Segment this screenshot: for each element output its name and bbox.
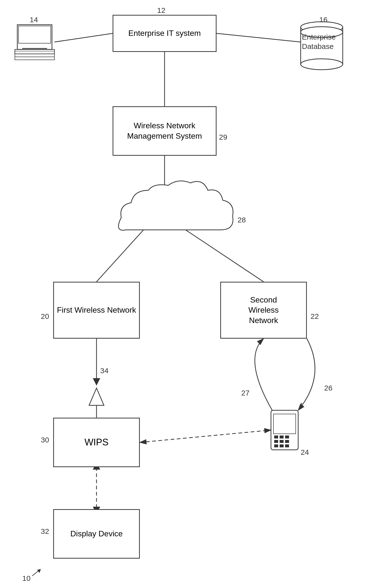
svg-rect-33 bbox=[273, 414, 296, 434]
svg-rect-9 bbox=[19, 26, 51, 43]
svg-text:28: 28 bbox=[238, 216, 246, 224]
svg-line-22 bbox=[97, 230, 144, 282]
display-device-box: Display Device bbox=[53, 509, 140, 559]
wnms-box: Wireless NetworkManagement System bbox=[113, 106, 217, 156]
svg-line-44 bbox=[140, 430, 271, 442]
wips-label: WIPS bbox=[84, 436, 108, 448]
svg-rect-34 bbox=[274, 436, 278, 438]
first-wireless-label: First Wireless Network bbox=[57, 305, 136, 315]
svg-line-19 bbox=[217, 33, 301, 42]
svg-line-43 bbox=[298, 403, 302, 410]
svg-rect-40 bbox=[274, 444, 278, 447]
svg-text:10: 10 bbox=[22, 574, 30, 582]
svg-text:29: 29 bbox=[219, 133, 227, 141]
svg-line-23 bbox=[186, 230, 264, 282]
first-wireless-box: First Wireless Network bbox=[53, 282, 140, 339]
svg-text:26: 26 bbox=[324, 384, 332, 392]
svg-point-16 bbox=[301, 59, 343, 70]
svg-marker-26 bbox=[89, 388, 104, 405]
svg-text:Database: Database bbox=[302, 42, 334, 50]
svg-text:27: 27 bbox=[241, 389, 249, 397]
svg-text:22: 22 bbox=[311, 312, 319, 320]
svg-rect-10 bbox=[15, 49, 54, 54]
svg-point-17 bbox=[301, 27, 343, 38]
svg-rect-7 bbox=[17, 25, 52, 49]
svg-rect-37 bbox=[274, 440, 278, 443]
svg-rect-36 bbox=[285, 436, 289, 438]
svg-rect-13 bbox=[15, 57, 54, 60]
wips-box: WIPS bbox=[53, 418, 140, 467]
svg-marker-25 bbox=[93, 378, 100, 386]
svg-rect-42 bbox=[285, 444, 289, 447]
svg-text:34: 34 bbox=[100, 367, 108, 375]
svg-rect-38 bbox=[280, 440, 284, 443]
svg-rect-14 bbox=[301, 27, 343, 64]
wnms-label: Wireless NetworkManagement System bbox=[127, 121, 202, 141]
svg-rect-35 bbox=[280, 436, 284, 438]
svg-text:24: 24 bbox=[301, 448, 309, 456]
svg-point-15 bbox=[301, 22, 343, 33]
svg-line-58 bbox=[32, 571, 38, 576]
svg-marker-59 bbox=[37, 569, 41, 573]
svg-rect-12 bbox=[15, 54, 54, 57]
display-device-label: Display Device bbox=[70, 529, 123, 539]
svg-text:12: 12 bbox=[157, 6, 165, 14]
second-wireless-box: SecondWirelessNetwork bbox=[220, 282, 307, 339]
svg-text:Enterprise: Enterprise bbox=[302, 33, 336, 41]
svg-line-18 bbox=[54, 33, 113, 42]
svg-text:30: 30 bbox=[41, 436, 49, 444]
svg-text:20: 20 bbox=[41, 312, 49, 320]
second-wireless-label: SecondWirelessNetwork bbox=[248, 295, 279, 326]
enterprise-it-box: Enterprise IT system bbox=[113, 15, 217, 52]
svg-rect-41 bbox=[280, 444, 284, 447]
svg-rect-39 bbox=[285, 440, 289, 443]
enterprise-it-label: Enterprise IT system bbox=[128, 28, 201, 39]
diagram-container: 34 14 12 16 bbox=[0, 0, 365, 588]
svg-text:32: 32 bbox=[41, 527, 49, 535]
svg-rect-32 bbox=[271, 410, 298, 450]
svg-text:16: 16 bbox=[319, 16, 327, 24]
svg-text:14: 14 bbox=[30, 16, 38, 24]
